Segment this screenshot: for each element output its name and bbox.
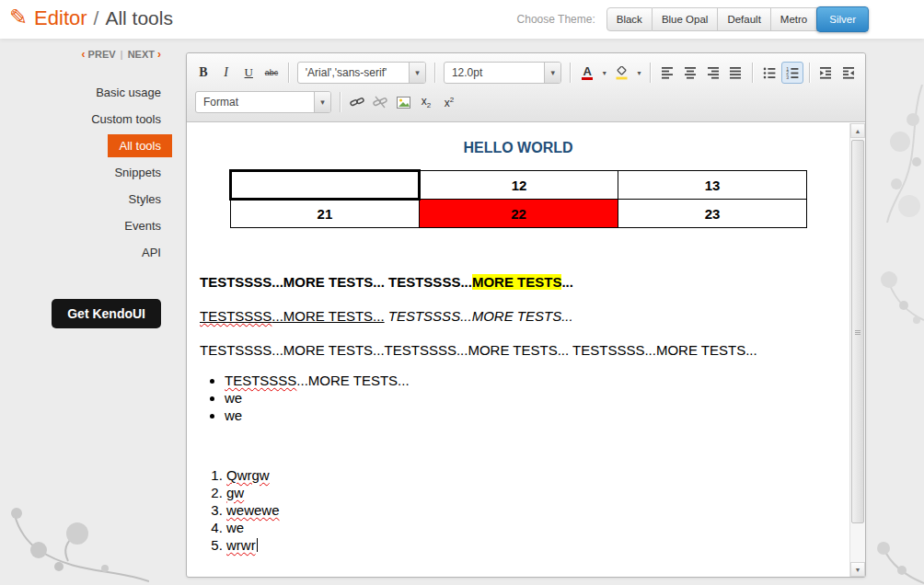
theme-button-blue-opal[interactable]: Blue Opal	[653, 7, 719, 31]
decorative-branch	[11, 497, 149, 585]
table-cell[interactable]: 13	[618, 171, 807, 200]
toolbar-separator	[650, 63, 651, 83]
document-heading: HELLO WORLD	[200, 140, 837, 156]
align-left-button[interactable]	[656, 62, 678, 84]
bold-button[interactable]: B	[192, 62, 214, 84]
strikethrough-icon: abc	[265, 68, 279, 77]
font-color-dropdown-arrow[interactable]: ▾	[599, 62, 610, 84]
scroll-down-button[interactable]: ▼	[850, 562, 865, 577]
italic-button[interactable]: I	[215, 62, 237, 84]
sidebar-item-events[interactable]: Events	[124, 219, 161, 233]
theme-button-black[interactable]: Black	[606, 7, 653, 31]
toolbar-row-1: B I U abc 'Arial','sans-serif' ▾ 12.0pt …	[192, 58, 860, 87]
table-cell[interactable]: 23	[618, 200, 807, 228]
sidebar-item-custom-tools[interactable]: Custom tools	[91, 112, 161, 126]
paragraph-underline-italic: TESTSSSS...MORE TESTS... TESTSSSS...MORE…	[200, 308, 837, 324]
next-arrow-icon: ›	[157, 48, 161, 61]
sidebar-item-all-tools[interactable]: All tools	[108, 134, 172, 157]
ordered-list-button[interactable]: 123	[781, 62, 803, 84]
scrollbar-thumb[interactable]	[851, 140, 864, 523]
align-justify-button[interactable]	[724, 62, 746, 84]
toolbar-separator	[340, 92, 341, 112]
font-family-select[interactable]: 'Arial','sans-serif' ▾	[297, 62, 426, 84]
underline-button[interactable]: U	[237, 62, 260, 84]
sidebar-item-api[interactable]: API	[142, 246, 161, 259]
subscript-button[interactable]: x2	[415, 91, 437, 113]
list-item: we	[225, 389, 837, 407]
insert-image-button[interactable]	[392, 91, 414, 113]
prev-arrow-icon: ‹	[82, 48, 86, 61]
table-cell[interactable]: 12	[419, 171, 618, 200]
image-icon	[397, 97, 410, 109]
unordered-list-icon	[763, 66, 776, 79]
table-row: 12 13	[231, 171, 807, 200]
paragraph-plain: TESTSSSS...MORE TESTS...TESTSSSS...MORE …	[200, 342, 837, 358]
strikethrough-button[interactable]: abc	[260, 62, 283, 84]
format-select[interactable]: Format ▾	[195, 91, 331, 113]
theme-button-metro[interactable]: Metro	[771, 7, 817, 31]
underline-icon: U	[245, 65, 253, 80]
table-row: 21 22 23	[231, 200, 807, 228]
toolbar-separator	[288, 63, 289, 83]
text-caret	[257, 538, 258, 552]
list-item: Qwrgw	[226, 466, 837, 484]
decorative-branch	[882, 85, 924, 223]
choose-theme-label: Choose Theme:	[517, 13, 595, 26]
table-cell-red[interactable]: 22	[419, 200, 618, 228]
indent-button[interactable]	[815, 62, 837, 84]
font-color-icon: A	[582, 65, 592, 80]
list-item: we	[225, 407, 837, 424]
superscript-button[interactable]: x2	[438, 91, 460, 113]
prev-link[interactable]: PREV	[88, 49, 116, 60]
sidebar-item-styles[interactable]: Styles	[129, 192, 161, 206]
toolbar-separator	[570, 63, 571, 83]
chevron-down-icon[interactable]: ▾	[544, 63, 560, 83]
link-icon	[350, 96, 364, 109]
sidebar-item-snippets[interactable]: Snippets	[114, 166, 161, 179]
table-cell-selected[interactable]	[231, 171, 420, 200]
outdent-icon	[842, 66, 855, 79]
editor-toolbar: B I U abc 'Arial','sans-serif' ▾ 12.0pt …	[187, 53, 865, 122]
align-justify-icon	[729, 66, 742, 79]
remove-link-button[interactable]	[369, 91, 391, 113]
highlighted-text: MORE TESTS	[472, 274, 562, 290]
background-color-button[interactable]	[611, 62, 633, 84]
insert-link-button[interactable]	[346, 91, 368, 113]
brand: ✎ Editor / All tools	[9, 6, 173, 30]
table-cell[interactable]: 21	[231, 200, 420, 228]
outdent-button[interactable]	[837, 62, 860, 84]
sidebar: ‹PREV|NEXT› Basic usage Custom tools All…	[0, 48, 173, 328]
background-color-dropdown-arrow[interactable]: ▾	[633, 62, 644, 84]
chevron-down-icon[interactable]: ▾	[314, 92, 330, 112]
font-size-value: 12.0pt	[445, 66, 544, 79]
theme-button-default[interactable]: Default	[718, 7, 770, 31]
font-color-button[interactable]: A	[576, 62, 598, 84]
svg-text:3: 3	[786, 75, 789, 79]
scroll-up-button[interactable]: ▲	[850, 123, 865, 138]
next-link[interactable]: NEXT	[128, 49, 155, 60]
sidebar-item-basic-usage[interactable]: Basic usage	[96, 86, 161, 99]
font-size-select[interactable]: 12.0pt ▾	[444, 62, 561, 84]
editor-widget: B I U abc 'Arial','sans-serif' ▾ 12.0pt …	[186, 52, 866, 578]
list-item: gw	[226, 484, 837, 501]
paragraph-bold: TESTSSSS...MORE TESTS... TESTSSSS...MORE…	[200, 274, 837, 290]
align-center-icon	[684, 66, 697, 79]
unordered-list-button[interactable]	[758, 62, 780, 84]
theme-button-silver[interactable]: Silver	[816, 6, 869, 32]
bold-icon: B	[199, 65, 207, 80]
pencil-logo-icon: ✎	[9, 6, 28, 29]
align-center-button[interactable]	[679, 62, 701, 84]
app-title[interactable]: Editor	[34, 6, 87, 30]
align-right-button[interactable]	[702, 62, 724, 84]
background-color-icon	[615, 66, 629, 80]
scrollbar-grip-icon	[855, 330, 860, 335]
toolbar-separator	[752, 63, 753, 83]
toolbar-row-2: Format ▾	[192, 87, 860, 117]
editor-body[interactable]: HELLO WORLD 12 13 21 22 23 TESTSSSS...MO…	[187, 123, 849, 577]
font-family-value: 'Arial','sans-serif'	[298, 66, 409, 79]
pager-divider: |	[121, 49, 123, 60]
chevron-down-icon[interactable]: ▾	[409, 63, 425, 83]
get-kendoui-button[interactable]: Get KendoUI	[52, 299, 161, 328]
format-value: Format	[196, 96, 314, 109]
editor-scrollbar[interactable]: ▲ ▼	[849, 123, 865, 577]
